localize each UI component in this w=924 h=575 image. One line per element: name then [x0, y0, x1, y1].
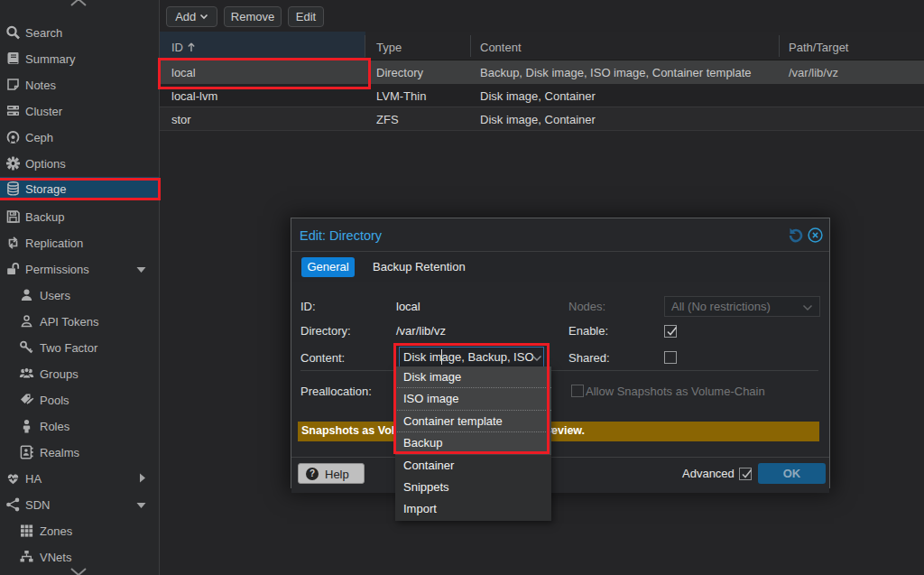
svg-text:?: ? [310, 468, 315, 478]
